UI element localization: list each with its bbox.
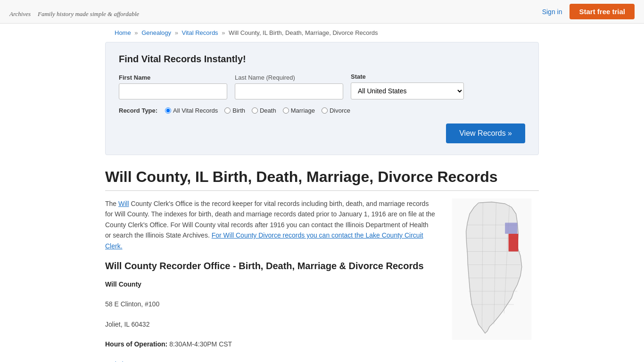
- illinois-map-svg: [449, 198, 534, 340]
- record-type-label: Record Type:: [119, 107, 157, 114]
- breadcrumb: Home » Genealogy » Vital Records » Will …: [105, 24, 539, 42]
- office-name: Will County: [105, 280, 141, 288]
- breadcrumb-vital-records[interactable]: Vital Records: [182, 29, 218, 36]
- first-name-group: First Name: [119, 74, 227, 99]
- content-area: The Will County Clerk's Office is the re…: [105, 198, 539, 362]
- breadcrumb-sep3: »: [222, 29, 225, 36]
- breadcrumb-home[interactable]: Home: [115, 29, 131, 36]
- record-type-all-radio[interactable]: [165, 107, 171, 114]
- address2: Joliet, IL 60432: [105, 319, 435, 329]
- search-title: Find Vital Records Instantly!: [119, 54, 525, 65]
- breadcrumb-sep2: »: [175, 29, 178, 36]
- state-select[interactable]: All United States Alabama Alaska Illinoi…: [351, 82, 464, 99]
- record-type-options: All Vital Records Birth Death Marriage D…: [165, 107, 350, 114]
- website-row: Website: [105, 359, 435, 362]
- view-records-button[interactable]: View Records »: [446, 123, 525, 143]
- illinois-map-area: [449, 198, 539, 362]
- last-name-group: Last Name (Required): [235, 74, 343, 99]
- site-logo: Archives Family history made simple & af…: [9, 4, 139, 19]
- svg-rect-11: [505, 223, 517, 234]
- content-text: The Will County Clerk's Office is the re…: [105, 198, 435, 362]
- search-bottom: View Records »: [119, 122, 525, 143]
- state-group: State All United States Alabama Alaska I…: [351, 73, 464, 99]
- first-name-input[interactable]: [119, 83, 227, 99]
- office-details: Will County 58 E Clinton, #100 Joliet, I…: [105, 279, 435, 362]
- record-type-death-radio[interactable]: [252, 107, 258, 114]
- record-type-divorce[interactable]: Divorce: [322, 107, 350, 114]
- office-section: Will County Recorder Office - Birth, Dea…: [105, 261, 435, 362]
- search-fields: First Name Last Name (Required) State Al…: [119, 73, 525, 99]
- record-type-marriage-radio[interactable]: [283, 107, 289, 114]
- page-title: Will County, IL Birth, Death, Marriage, …: [105, 168, 539, 191]
- hours-row: Hours of Operation: 8:30AM-4:30PM CST: [105, 339, 435, 349]
- start-trial-button[interactable]: Start free trial: [570, 4, 635, 19]
- will-link[interactable]: Will: [118, 200, 129, 207]
- breadcrumb-current: Will County, IL Birth, Death, Marriage, …: [229, 29, 378, 36]
- record-type-marriage[interactable]: Marriage: [283, 107, 315, 114]
- breadcrumb-genealogy[interactable]: Genealogy: [141, 29, 171, 36]
- last-name-input[interactable]: [235, 83, 343, 99]
- breadcrumb-sep1: »: [134, 29, 138, 36]
- website-link[interactable]: Website: [105, 361, 129, 362]
- record-type-death[interactable]: Death: [252, 107, 276, 114]
- address1: 58 E Clinton, #100: [105, 299, 435, 309]
- hours-value: 8:30AM-4:30PM CST: [169, 340, 232, 348]
- header-right: Sign in Start free trial: [542, 4, 635, 19]
- record-type-divorce-radio[interactable]: [322, 107, 328, 114]
- record-type-row: Record Type: All Vital Records Birth Dea…: [119, 107, 525, 114]
- record-type-all[interactable]: All Vital Records: [165, 107, 218, 114]
- sign-in-link[interactable]: Sign in: [542, 8, 562, 16]
- first-name-label: First Name: [119, 74, 227, 81]
- last-name-label: Last Name (Required): [235, 74, 343, 81]
- record-type-birth[interactable]: Birth: [224, 107, 245, 114]
- for-will-link[interactable]: For Will County Divorce records you can …: [105, 231, 423, 249]
- site-header: Archives Family history made simple & af…: [0, 0, 644, 24]
- svg-rect-12: [509, 234, 519, 252]
- header-left: Archives Family history made simple & af…: [9, 4, 139, 19]
- record-type-birth-radio[interactable]: [224, 107, 231, 114]
- hours-label: Hours of Operation:: [105, 340, 167, 348]
- state-label: State: [351, 73, 464, 80]
- logo-tagline: Family history made simple & affordable: [38, 10, 139, 17]
- logo-text: Archives: [9, 10, 31, 17]
- description-text: The Will County Clerk's Office is the re…: [105, 198, 435, 251]
- office-title: Will County Recorder Office - Birth, Dea…: [105, 261, 435, 272]
- search-box: Find Vital Records Instantly! First Name…: [105, 42, 539, 155]
